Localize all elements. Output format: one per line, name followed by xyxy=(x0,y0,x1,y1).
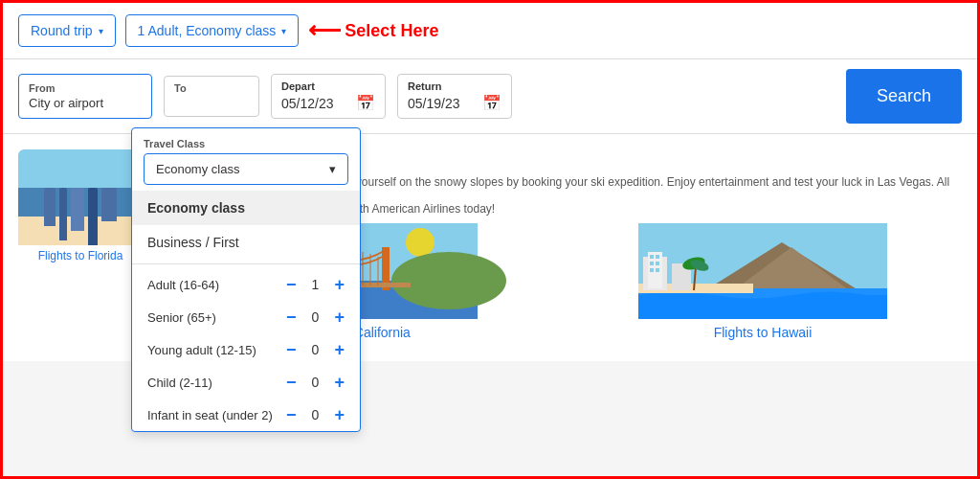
travel-class-select[interactable]: Economy class ▾ xyxy=(144,153,348,185)
young-adult-plus-button[interactable]: + xyxy=(334,341,345,358)
young-adult-passenger-row: Young adult (12-15) − 0 + xyxy=(132,333,360,366)
senior-label: Senior (65+) xyxy=(147,310,216,325)
child-controls: − 0 + xyxy=(286,374,345,391)
infant-passenger-row: Infant in seat (under 2) − 0 + xyxy=(132,399,360,431)
return-calendar-icon: 📅 xyxy=(482,94,501,112)
adult-passenger-row: Adult (16-64) − 1 + xyxy=(132,268,360,301)
senior-count: 0 xyxy=(307,309,323,325)
senior-plus-button[interactable]: + xyxy=(334,308,345,326)
adult-count: 1 xyxy=(307,277,323,292)
senior-controls: − 0 + xyxy=(286,308,345,326)
select-here-arrow-icon: ⟵ xyxy=(308,17,341,44)
trip-type-label: Round trip xyxy=(31,23,93,38)
svg-rect-28 xyxy=(650,268,654,272)
hawaii-image xyxy=(564,223,962,319)
passengers-wrapper: 1 Adult, Economy class ▾ ⟵ Select Here xyxy=(125,14,439,47)
travel-class-label: Travel Class xyxy=(132,128,360,153)
depart-label: Depart xyxy=(281,80,375,92)
hawaii-label[interactable]: Flights to Hawaii xyxy=(564,319,962,346)
child-plus-button[interactable]: + xyxy=(334,374,345,391)
child-label: Child (2-11) xyxy=(147,376,212,390)
adult-plus-button[interactable]: + xyxy=(334,276,345,293)
hawaii-card[interactable]: Flights to Hawaii xyxy=(564,223,962,346)
return-field[interactable]: Return 05/19/23 📅 xyxy=(397,74,512,119)
to-label: To xyxy=(174,82,249,94)
to-value xyxy=(174,96,249,110)
from-label: From xyxy=(29,82,142,94)
svg-point-1 xyxy=(406,228,434,257)
infant-label: Infant in seat (under 2) xyxy=(147,408,273,422)
depart-value: 05/12/23 xyxy=(281,96,334,111)
svg-rect-29 xyxy=(656,268,659,272)
svg-rect-27 xyxy=(656,262,659,265)
depart-field[interactable]: Depart 05/12/23 📅 xyxy=(271,74,386,119)
passengers-arrow: ▾ xyxy=(281,26,286,36)
economy-class-option[interactable]: Economy class xyxy=(132,191,360,225)
young-adult-minus-button[interactable]: − xyxy=(286,341,297,358)
travel-class-arrow: ▾ xyxy=(329,162,336,176)
miami-label[interactable]: Flights to Florida xyxy=(18,245,143,266)
svg-point-4 xyxy=(391,252,506,309)
search-bar: From City or airport To Depart 05/12/23 … xyxy=(3,59,977,134)
miami-card[interactable]: Flights to Florida xyxy=(18,149,143,346)
infant-plus-button[interactable]: + xyxy=(334,406,345,423)
young-adult-label: Young adult (12-15) xyxy=(147,343,256,357)
senior-passenger-row: Senior (65+) − 0 + xyxy=(132,301,360,333)
adult-controls: − 1 + xyxy=(286,276,345,293)
young-adult-controls: − 0 + xyxy=(286,341,345,358)
travel-class-dropdown-panel: Travel Class Economy class ▾ Economy cla… xyxy=(131,127,361,432)
infant-controls: − 0 + xyxy=(286,406,345,423)
search-button[interactable]: Search xyxy=(846,69,962,124)
adult-label: Adult (16-64) xyxy=(147,278,219,292)
from-value: City or airport xyxy=(29,96,142,110)
trip-type-arrow: ▾ xyxy=(99,26,103,36)
travel-class-value: Economy class xyxy=(156,162,239,176)
passengers-label: 1 Adult, Economy class xyxy=(138,23,277,38)
young-adult-count: 0 xyxy=(307,342,323,357)
business-first-option[interactable]: Business / First xyxy=(132,225,360,260)
child-count: 0 xyxy=(307,375,323,390)
return-value: 05/19/23 xyxy=(408,96,460,111)
senior-minus-button[interactable]: − xyxy=(286,308,297,326)
to-field[interactable]: To xyxy=(164,76,259,117)
depart-calendar-icon: 📅 xyxy=(356,94,375,112)
svg-rect-25 xyxy=(656,255,659,259)
infant-count: 0 xyxy=(307,407,323,422)
infant-minus-button[interactable]: − xyxy=(286,406,297,423)
svg-rect-24 xyxy=(650,255,654,259)
child-minus-button[interactable]: − xyxy=(286,374,297,391)
trip-type-dropdown[interactable]: Round trip ▾ xyxy=(18,14,116,47)
adult-minus-button[interactable]: − xyxy=(286,276,297,293)
passengers-dropdown[interactable]: 1 Adult, Economy class ▾ xyxy=(125,14,300,47)
select-here-label: Select Here xyxy=(345,21,438,41)
return-label: Return xyxy=(408,80,501,92)
divider-1 xyxy=(132,263,360,264)
svg-rect-26 xyxy=(650,262,654,265)
header-bar: Round trip ▾ 1 Adult, Economy class ▾ ⟵ … xyxy=(3,3,977,59)
child-passenger-row: Child (2-11) − 0 + xyxy=(132,366,360,399)
from-field[interactable]: From City or airport xyxy=(18,74,152,119)
